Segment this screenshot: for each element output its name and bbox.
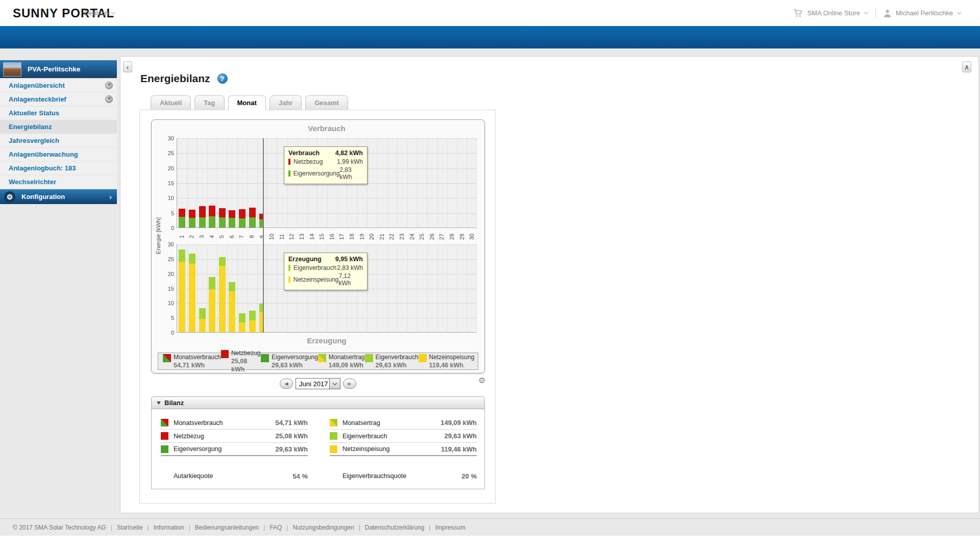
sidebar-item-anlagensteckbrief[interactable]: Anlagensteckbrief [0,93,117,106]
gridline [387,138,388,228]
sidebar-item-energiebilanz[interactable]: Energiebilanz [0,120,117,133]
footer-link-faq[interactable]: FAQ [270,524,282,531]
eigenverbrauch-swatch-icon [330,432,337,440]
legend-label: Netzbezug [231,349,261,357]
date-navigation: ◀ Juni 2017 ▶ [140,378,496,390]
tooltip-row: Eigenverbrauch2,83 kWh [288,264,363,271]
language-selector[interactable]: Deutsch [84,9,115,17]
footer-link-startseite[interactable]: Startseite [117,524,143,531]
tab-tag[interactable]: Tag [194,95,224,110]
bilanz-row-netzeinspeisung: Netzeinspeisung119,46 kWh [330,443,477,456]
tab-gesamt[interactable]: Gesamt [305,95,348,110]
y-tick-label: 15 [152,286,174,292]
plant-selector-header[interactable]: PVA-Perlitschke [0,60,117,78]
footer: © 2017 SMA Solar Technology AG |Startsei… [0,518,980,536]
gridline [217,244,217,333]
gridline [227,244,228,333]
footer-separator: | [359,524,360,531]
bilanz-row-eigenversorgung: Eigenversorgung29,63 kWh [161,443,308,456]
sidebar-item-jahresvergleich[interactable]: Jahresvergleich [0,134,117,147]
bilanz-header[interactable]: Bilanz [151,396,485,409]
x-tick-label: 23 [397,232,407,242]
legend-value: 25,08 kWh [231,357,261,373]
chart-cursor-line [263,138,264,333]
legend-label: Netzeinspeisung [429,354,475,361]
bar-eigenverbrauch-day-4 [209,277,215,289]
store-menu[interactable]: SMA Online Store [807,9,860,17]
energy-balance-chart: Verbrauch Erzeugung Energie [kWh] 123456… [151,119,485,373]
next-month-button[interactable]: ▶ [343,379,356,389]
gridline [467,138,468,228]
divider [875,8,876,18]
x-tick-label: 7 [236,232,247,242]
tab-jahr[interactable]: Jahr [270,95,302,110]
footer-link-information[interactable]: Information [154,524,184,531]
sidebar-item-anlagen-bersicht[interactable]: Anlagenübersicht [0,79,117,92]
series-color-tick [288,277,290,283]
x-tick-label: 8 [247,232,257,242]
collapse-panel-button[interactable]: ∧ [962,61,971,72]
gridline [177,138,476,139]
prev-month-button[interactable]: ◀ [280,379,293,389]
sidebar-item-anlagenlogbuch-183[interactable]: Anlagenlogbuch: 183 [0,162,117,174]
gridline [227,138,228,228]
collapse-triangle-icon [157,402,161,405]
user-menu[interactable]: Michael Perlitschke [896,9,953,17]
gridline [247,244,248,333]
gridline [267,244,267,333]
x-tick-label: 18 [347,232,357,242]
x-tick-label: 11 [277,232,287,242]
bilanz-left-column: Monatsverbrauch54,71 kWhNetzbezug25,08 k… [161,416,308,456]
bilanz-row-monatsertrag: Monatsertrag149,09 kWh [330,416,477,430]
y-tick-label: 25 [152,150,174,156]
bar-netzeinspeisung-day-6 [229,291,235,333]
footer-link-nutzungsbedingungen[interactable]: Nutzungsbedingungen [293,524,354,531]
cart-icon [793,9,803,17]
gridline [427,138,428,228]
chart-tooltip-erzeugung: Erzeugung9,95 kWhEigenverbrauch2,83 kWhN… [284,253,368,290]
x-tick-label: 30 [467,232,477,242]
tab-aktuell[interactable]: Aktuell [151,95,191,110]
netzeinspeisung-swatch-icon [419,354,427,362]
legend-item-monatsverbrauch: Monatsverbrauch54,71 kWh [163,354,221,369]
footer-separator: | [111,524,112,531]
gridline [447,138,448,228]
bar-netzeinspeisung-day-4 [209,289,215,333]
legend-item-eigenverbrauch: Eigenverbrauch29,63 kWh [365,354,419,369]
x-tick-label: 16 [327,232,337,242]
quote-label: Eigenverbrauchsquote [342,472,406,480]
tooltip-row-value: 2,83 kWh [337,264,363,271]
tooltip-row-value: 7,12 kWh [338,272,363,287]
footer-separator: | [286,524,288,531]
bar-netzeinspeisung-day-7 [239,322,246,333]
footer-link-impressum[interactable]: Impressum [435,524,465,531]
sidebar-item-wechselrichter[interactable]: Wechselrichter [0,176,117,188]
footer-link-datenschutzerkl-rung[interactable]: Datenschutzerklärung [365,524,425,531]
footer-link-bedienungsanleitungen[interactable]: Bedienungsanleitungen [195,524,259,531]
help-icon[interactable]: ? [217,73,228,84]
gridline [177,198,476,198]
x-tick-label: 27 [436,232,447,242]
bar-eigenverbrauch-day-7 [239,313,246,322]
bilanz-row-value: 25,08 kWh [275,432,308,440]
x-tick-label: 25 [416,232,427,242]
netzbezug-swatch-icon [221,350,229,358]
bilanz-row-label: Netzbezug [174,433,204,440]
month-select[interactable]: Juni 2017 [296,378,340,389]
sidebar-item-aktueller-status[interactable]: Aktueller Status [0,107,117,119]
legend-item-text: Eigenversorgung29,63 kWh [272,354,318,369]
public-globe-icon [105,82,113,89]
bilanz-row-value: 54,71 kWh [275,419,308,427]
split-monatsverbrauch-swatch-icon [161,419,168,427]
month-select-value: Juni 2017 [299,380,328,388]
chevron-down-icon [111,10,115,14]
bilanz-row-label: Monatsertrag [342,419,380,427]
sidebar-item-konfiguration[interactable]: ⚙ Konfiguration › [0,189,117,204]
footer-separator: | [263,524,265,531]
chart-settings-gear-icon[interactable]: ⚙ [478,375,485,385]
collapse-sidebar-button[interactable]: ‹ [123,61,132,72]
sidebar-item-anlagen-berwachung[interactable]: Anlagenüberwachung [0,148,117,161]
bar-netzbezug-day-7 [239,209,246,218]
y-tick-label: 30 [152,241,174,247]
tab-monat[interactable]: Monat [228,95,266,110]
